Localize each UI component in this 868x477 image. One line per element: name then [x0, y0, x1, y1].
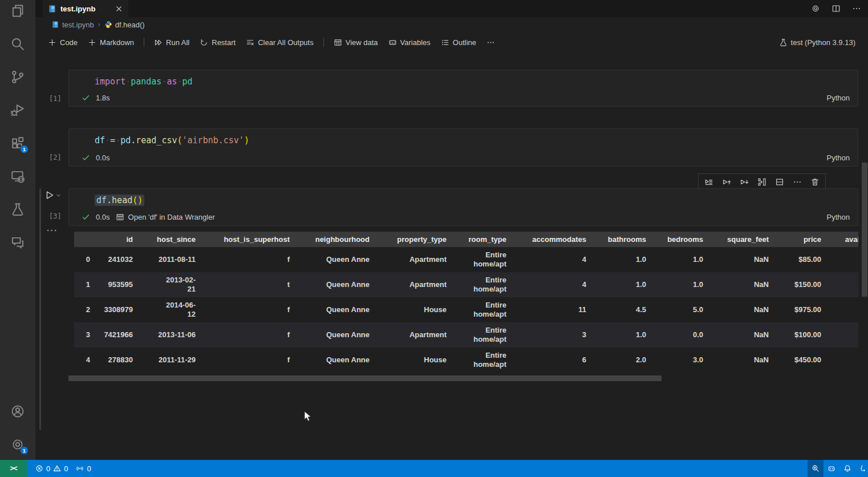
vertical-scrollbar[interactable]	[862, 163, 867, 297]
table-cell: room_type	[453, 232, 513, 247]
success-check-icon	[82, 213, 90, 221]
kernel-picker-button[interactable]: test (Python 3.9.13)	[774, 36, 860, 49]
table-cell: id	[97, 232, 140, 247]
code-cell-1[interactable]: import·pandas·as·pd 1.8s Python	[68, 70, 858, 107]
table-cell: 0	[74, 247, 97, 272]
code-editor[interactable]: import·pandas·as·pd	[69, 70, 858, 87]
notifications-bell[interactable]	[839, 460, 855, 477]
table-cell: Apartment	[376, 322, 453, 347]
table-cell: $450.00	[776, 347, 828, 373]
run-all-icon	[154, 38, 163, 47]
testing-icon[interactable]	[10, 202, 25, 217]
dataframe-output-table: idhost_sincehost_is_superhostneighbourho…	[74, 232, 858, 373]
execution-count-2: [2]	[49, 153, 62, 161]
table-cell: 241032	[97, 247, 140, 272]
toolbar-divider	[323, 38, 324, 47]
execute-below-icon[interactable]	[740, 177, 749, 187]
table-cell: 5.0	[653, 297, 710, 322]
remote-explorer-icon[interactable]	[10, 169, 25, 184]
cell-language[interactable]: Python	[827, 94, 850, 102]
code-editor[interactable]: df·=·pd.read_csv('airbnb.csv')	[69, 129, 858, 145]
breadcrumb-file[interactable]: test.ipynb	[51, 21, 94, 29]
table-cell: 953595	[97, 272, 140, 297]
explorer-icon[interactable]	[10, 3, 25, 18]
table-cell: bedrooms	[653, 232, 710, 247]
mouse-cursor	[304, 411, 314, 422]
language-status[interactable]	[855, 460, 868, 477]
notebook-toolbar: Code Markdown Run All Restart Clear All …	[35, 32, 868, 52]
table-cell: NaN	[710, 247, 776, 272]
status-bar: >< 0 0 0	[0, 460, 868, 477]
plus-icon	[88, 38, 96, 47]
source-control-icon[interactable]	[10, 70, 25, 84]
toolbar-more-button[interactable]	[482, 36, 500, 49]
code-cell-3[interactable]: df.head() 0.0s Open 'df' in Data Wrangle…	[68, 188, 858, 226]
kernel-icon	[779, 38, 788, 47]
execute-cells-icon[interactable]	[704, 177, 713, 187]
svg-text:(x): (x)	[390, 40, 396, 44]
output-more-actions[interactable]: ···	[47, 225, 58, 235]
table-cell: f	[202, 297, 297, 322]
search-icon[interactable]	[10, 37, 25, 51]
horizontal-scrollbar[interactable]	[68, 375, 662, 381]
extensions-icon[interactable]: 1	[10, 136, 25, 151]
table-cell: 278830	[97, 347, 140, 373]
zoom-indicator[interactable]	[808, 460, 824, 477]
table-cell: Apartment	[376, 272, 453, 297]
code-cell-2[interactable]: df·=·pd.read_csv('airbnb.csv') 0.0s Pyth…	[68, 128, 858, 167]
tab-bar: test.ipynb	[35, 0, 868, 17]
table-cell: Entire home/apt	[453, 297, 513, 322]
table-row: 233089792014-06- 12fQueen AnneHouseEntir…	[74, 297, 858, 322]
bell-icon	[843, 464, 851, 472]
table-row: 374219662013-11-06fQueen AnneApartmentEn…	[74, 322, 858, 347]
editor-actions	[811, 0, 861, 17]
settings-gear-icon[interactable]: 1	[10, 437, 25, 452]
add-markdown-cell-button[interactable]: Markdown	[83, 36, 139, 49]
delete-cell-icon[interactable]	[810, 177, 820, 187]
chat-icon[interactable]	[10, 235, 25, 250]
variables-button[interactable]: (x) Variables	[384, 36, 435, 49]
accounts-icon[interactable]	[10, 404, 25, 419]
more-actions-icon[interactable]	[793, 177, 802, 187]
execution-count-1: [1]	[49, 95, 62, 103]
tab-close-icon[interactable]	[115, 5, 123, 13]
data-wrangler-icon[interactable]	[757, 177, 766, 187]
tab-test-ipynb[interactable]: test.ipynb	[43, 0, 128, 17]
table-cell: $975.00	[776, 297, 828, 322]
gear-icon[interactable]	[811, 4, 820, 13]
table-cell: House	[376, 297, 453, 322]
robot-indicator[interactable]	[824, 460, 839, 477]
play-icon	[44, 190, 55, 200]
split-cell-icon[interactable]	[775, 177, 784, 187]
cell-status-bar: 0.0s Open 'df' in Data Wrangler Python	[69, 210, 858, 224]
add-code-cell-button[interactable]: Code	[43, 36, 82, 49]
table-cell: 3.0	[653, 347, 710, 373]
code-editor[interactable]: df.head()	[69, 189, 858, 205]
more-actions-icon[interactable]	[852, 4, 861, 13]
cell-language[interactable]: Python	[827, 153, 850, 162]
table-cell: Entire home/apt	[453, 272, 513, 297]
open-in-data-wrangler-button[interactable]: Open 'df' in Data Wrangler	[116, 213, 215, 221]
ports-indicator[interactable]: 0	[72, 460, 95, 477]
problems-indicator[interactable]: 0 0	[31, 460, 72, 477]
cell-language[interactable]: Python	[827, 213, 850, 221]
view-data-button[interactable]: View data	[329, 36, 383, 49]
zoom-in-icon	[812, 464, 820, 472]
clear-all-outputs-button[interactable]: Clear All Outputs	[241, 36, 318, 49]
split-editor-icon[interactable]	[832, 4, 841, 13]
ports-count: 0	[87, 464, 91, 473]
outline-icon	[441, 38, 449, 47]
table-cell: Entire home/apt	[453, 347, 513, 373]
remote-indicator[interactable]: ><	[0, 460, 27, 477]
braces-icon	[859, 464, 867, 472]
table-cell	[828, 247, 858, 272]
restart-button[interactable]: Restart	[195, 36, 240, 49]
run-cell-button[interactable]	[44, 190, 62, 200]
run-debug-icon[interactable]	[10, 103, 25, 118]
table-cell: 4.5	[593, 297, 653, 322]
ellipsis-icon	[486, 38, 495, 47]
breadcrumb-symbol[interactable]: df.head()	[104, 21, 145, 29]
run-all-button[interactable]: Run All	[149, 36, 194, 49]
execute-above-icon[interactable]	[722, 177, 731, 187]
outline-button[interactable]: Outline	[436, 36, 481, 49]
